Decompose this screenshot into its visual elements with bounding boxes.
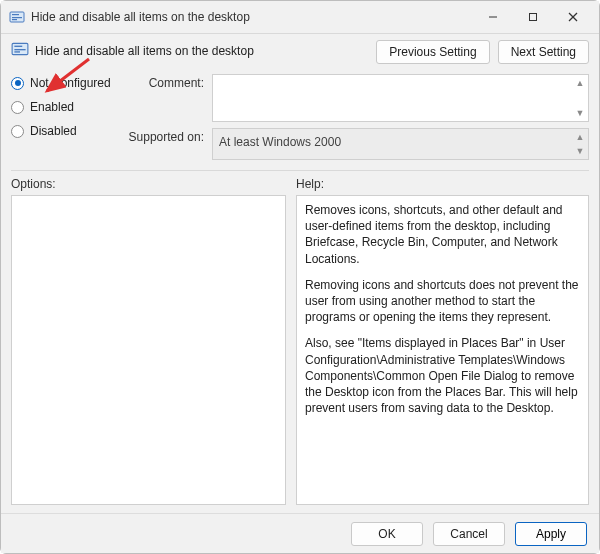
radio-enabled[interactable]: Enabled — [11, 100, 116, 114]
titlebar: Hide and disable all items on the deskto… — [1, 1, 599, 33]
policy-editor-window: Hide and disable all items on the deskto… — [0, 0, 600, 554]
svg-rect-3 — [12, 19, 17, 20]
radio-dot-icon — [11, 101, 24, 114]
help-label: Help: — [296, 177, 589, 191]
radio-dot-icon — [11, 125, 24, 138]
help-panel: Removes icons, shortcuts, and other defa… — [296, 195, 589, 505]
radio-label: Enabled — [30, 100, 74, 114]
window-title: Hide and disable all items on the deskto… — [31, 10, 473, 24]
header-subtitle: Hide and disable all items on the deskto… — [35, 44, 254, 58]
supported-on-field: At least Windows 2000 ▲ ▼ — [212, 128, 589, 160]
policy-icon — [9, 9, 25, 25]
config-section: Not Configured Enabled Disabled Comment:… — [1, 68, 599, 166]
radio-label: Not Configured — [30, 76, 111, 90]
radio-dot-icon — [11, 77, 24, 90]
scroll-down-icon[interactable]: ▼ — [574, 145, 586, 157]
svg-rect-10 — [14, 49, 25, 50]
next-setting-button[interactable]: Next Setting — [498, 40, 589, 64]
help-paragraph: Removes icons, shortcuts, and other defa… — [305, 202, 580, 267]
header-section: Hide and disable all items on the deskto… — [1, 34, 599, 68]
maximize-button[interactable] — [513, 3, 553, 31]
lower-section: Options: Help: Removes icons, shortcuts,… — [1, 171, 599, 505]
minimize-button[interactable] — [473, 3, 513, 31]
scroll-up-icon[interactable]: ▲ — [574, 131, 586, 143]
scroll-up-icon[interactable]: ▲ — [574, 77, 586, 89]
options-panel — [11, 195, 286, 505]
close-button[interactable] — [553, 3, 593, 31]
svg-rect-5 — [530, 14, 537, 21]
previous-setting-button[interactable]: Previous Setting — [376, 40, 489, 64]
options-label: Options: — [11, 177, 286, 191]
comment-label: Comment: — [126, 74, 204, 90]
help-paragraph: Removing icons and shortcuts does not pr… — [305, 277, 580, 326]
scroll-down-icon[interactable]: ▼ — [574, 107, 586, 119]
comment-textarea[interactable]: ▲ ▼ — [212, 74, 589, 122]
svg-rect-11 — [14, 51, 20, 52]
svg-rect-1 — [12, 14, 19, 15]
apply-button[interactable]: Apply — [515, 522, 587, 546]
cancel-button[interactable]: Cancel — [433, 522, 505, 546]
radio-label: Disabled — [30, 124, 77, 138]
radio-not-configured[interactable]: Not Configured — [11, 76, 116, 90]
supported-value: At least Windows 2000 — [219, 135, 341, 149]
help-paragraph: Also, see "Items displayed in Places Bar… — [305, 335, 580, 416]
svg-rect-9 — [14, 46, 22, 47]
ok-button[interactable]: OK — [351, 522, 423, 546]
policy-icon — [11, 40, 29, 61]
state-radio-group: Not Configured Enabled Disabled — [11, 74, 116, 160]
supported-label: Supported on: — [126, 128, 204, 144]
radio-disabled[interactable]: Disabled — [11, 124, 116, 138]
dialog-footer: OK Cancel Apply — [1, 513, 599, 553]
svg-rect-2 — [12, 17, 22, 18]
